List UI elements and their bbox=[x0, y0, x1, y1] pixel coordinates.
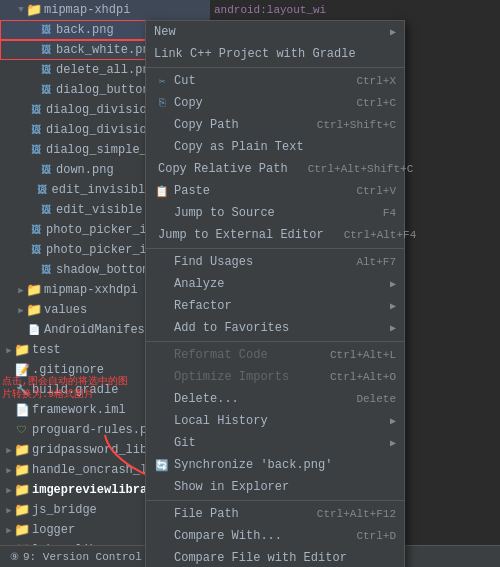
cut-icon: ✂ bbox=[154, 75, 170, 88]
folder-icon: 📁 bbox=[14, 462, 30, 478]
pro-icon: 🛡 bbox=[14, 422, 30, 438]
folder-icon: 📁 bbox=[14, 442, 30, 458]
tree-folder-mipmap-xhdpi[interactable]: ▼ 📁 mipmap-xhdpi bbox=[0, 0, 210, 20]
folder-arrow-expanded: ▼ bbox=[16, 5, 26, 15]
folder-icon: 📁 bbox=[14, 342, 30, 358]
png-icon: 🖼 bbox=[38, 262, 54, 278]
menu-item-reformat-code: Reformat Code Ctrl+Alt+L bbox=[146, 344, 404, 366]
menu-separator-2 bbox=[146, 248, 404, 249]
menu-item-compare-file-with-editor[interactable]: Compare File with Editor bbox=[146, 547, 404, 567]
menu-item-copy[interactable]: ⎘ Copy Ctrl+C bbox=[146, 92, 404, 114]
png-icon: 🖼 bbox=[38, 202, 54, 218]
menu-item-compare-with[interactable]: Compare With... Ctrl+D bbox=[146, 525, 404, 547]
tab-version-control[interactable]: ⑨ 9: Version Control bbox=[0, 546, 153, 567]
tree-item-label: mipmap-xxhdpi bbox=[44, 283, 138, 297]
menu-item-synchronize[interactable]: 🔄 Synchronize 'back.png' bbox=[146, 454, 404, 476]
tree-item-label: framework.iml bbox=[32, 403, 126, 417]
menu-item-delete[interactable]: Delete... Delete bbox=[146, 388, 404, 410]
png-icon: 🖼 bbox=[38, 42, 54, 58]
menu-item-copy-path[interactable]: Copy Path Ctrl+Shift+C bbox=[146, 114, 404, 136]
folder-icon: 📁 bbox=[26, 2, 42, 18]
context-menu: New ▶ Link C++ Project with Gradle ✂ Cut… bbox=[145, 20, 405, 567]
menu-item-new[interactable]: New ▶ bbox=[146, 21, 404, 43]
tree-item-label: mipmap-xhdpi bbox=[44, 3, 130, 17]
annotation-text: 点击,图会自动的将选中的图片转换为.9格式图片 bbox=[2, 375, 132, 401]
synchronize-icon: 🔄 bbox=[154, 459, 170, 472]
paste-icon: 📋 bbox=[154, 185, 170, 198]
tree-item-label: back.png bbox=[56, 23, 114, 37]
menu-item-find-usages[interactable]: Find Usages Alt+F7 bbox=[146, 251, 404, 273]
png-icon: 🖼 bbox=[38, 62, 54, 78]
png-icon: 🖼 bbox=[38, 82, 54, 98]
folder-icon: 📁 bbox=[14, 522, 30, 538]
folder-icon: 📁 bbox=[26, 282, 42, 298]
menu-item-git[interactable]: Git ▶ bbox=[146, 432, 404, 454]
menu-item-analyze[interactable]: Analyze ▶ bbox=[146, 273, 404, 295]
submenu-arrow-icon: ▶ bbox=[390, 415, 396, 427]
menu-item-copy-relative-path[interactable]: Copy Relative Path Ctrl+Alt+Shift+C bbox=[146, 158, 404, 180]
menu-item-add-to-favorites[interactable]: Add to Favorites ▶ bbox=[146, 317, 404, 339]
submenu-arrow-icon: ▶ bbox=[390, 437, 396, 449]
menu-separator-3 bbox=[146, 341, 404, 342]
submenu-arrow-icon: ▶ bbox=[390, 300, 396, 312]
code-line-1: android:layout_wi bbox=[210, 0, 500, 20]
folder-icon: 📁 bbox=[14, 502, 30, 518]
png-icon: 🖼 bbox=[38, 162, 54, 178]
submenu-arrow-icon: ▶ bbox=[390, 26, 396, 38]
file-icon: 📄 bbox=[14, 402, 30, 418]
png-icon: 🖼 bbox=[28, 242, 44, 258]
png-icon: 🖼 bbox=[28, 222, 44, 238]
menu-item-file-path[interactable]: File Path Ctrl+Alt+F12 bbox=[146, 503, 404, 525]
xml-icon: 📄 bbox=[26, 322, 42, 338]
menu-item-show-in-explorer[interactable]: Show in Explorer bbox=[146, 476, 404, 498]
png-icon: 🖼 bbox=[28, 122, 44, 138]
menu-separator-4 bbox=[146, 500, 404, 501]
tree-item-label: logger bbox=[32, 523, 75, 537]
menu-item-paste[interactable]: 📋 Paste Ctrl+V bbox=[146, 180, 404, 202]
tree-item-label: values bbox=[44, 303, 87, 317]
folder-icon: 📁 bbox=[26, 302, 42, 318]
menu-item-jump-to-source[interactable]: Jump to Source F4 bbox=[146, 202, 404, 224]
png-icon: 🖼 bbox=[28, 142, 44, 158]
menu-item-local-history[interactable]: Local History ▶ bbox=[146, 410, 404, 432]
tree-item-label: delete_all.png bbox=[56, 63, 157, 77]
version-control-icon: ⑨ bbox=[10, 551, 19, 563]
tree-item-label: back_white.png bbox=[56, 43, 157, 57]
png-icon: 🖼 bbox=[34, 182, 50, 198]
png-icon: 🖼 bbox=[38, 22, 54, 38]
menu-separator-1 bbox=[146, 67, 404, 68]
copy-icon: ⎘ bbox=[154, 97, 170, 109]
tree-item-label: js_bridge bbox=[32, 503, 97, 517]
menu-item-jump-external-editor[interactable]: Jump to External Editor Ctrl+Alt+F4 bbox=[146, 224, 404, 246]
tree-item-label: down.png bbox=[56, 163, 114, 177]
menu-item-cut[interactable]: ✂ Cut Ctrl+X bbox=[146, 70, 404, 92]
menu-item-optimize-imports: Optimize Imports Ctrl+Alt+O bbox=[146, 366, 404, 388]
folder-icon: 📁 bbox=[14, 482, 30, 498]
menu-item-link-cpp[interactable]: Link C++ Project with Gradle bbox=[146, 43, 404, 65]
png-icon: 🖼 bbox=[28, 102, 44, 118]
submenu-arrow-icon: ▶ bbox=[390, 278, 396, 290]
menu-item-refactor[interactable]: Refactor ▶ bbox=[146, 295, 404, 317]
submenu-arrow-icon: ▶ bbox=[390, 322, 396, 334]
menu-item-copy-plain-text[interactable]: Copy as Plain Text bbox=[146, 136, 404, 158]
tree-item-label: test bbox=[32, 343, 61, 357]
